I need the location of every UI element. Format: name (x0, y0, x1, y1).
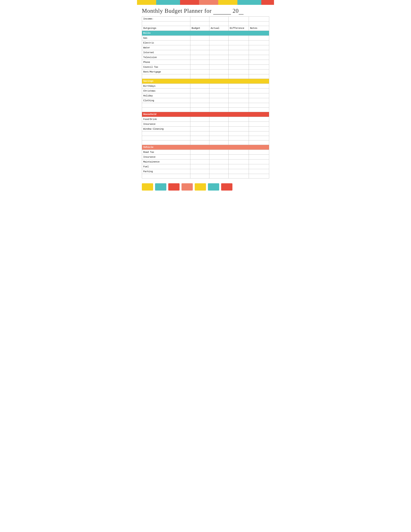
column-headers: Outgoings Budget Actual Difference Notes (142, 26, 269, 31)
empty-row-savings-2 (142, 107, 269, 112)
section-vehicle-header: Vehicle (142, 145, 269, 150)
list-item: Window Cleaning (142, 127, 269, 131)
bottom-block-red2 (221, 183, 233, 190)
savings-label: Savings (142, 79, 269, 84)
empty-row-savings-1 (142, 103, 269, 107)
bottom-color-blocks (142, 183, 269, 190)
list-item: Parking (142, 169, 269, 174)
list-item: Christmas (142, 88, 269, 93)
empty-row-household-2 (142, 136, 269, 140)
item-fuel: Fuel (142, 164, 190, 169)
section-household-header: Household (142, 112, 269, 117)
item-parking: Parking (142, 169, 190, 174)
top-bar-teal2 (237, 0, 261, 5)
bills-label: Bills (142, 31, 269, 36)
empty-row-bills (142, 74, 269, 79)
empty-row-household-1 (142, 131, 269, 136)
item-water: Water (142, 45, 190, 50)
bottom-block-teal (155, 183, 166, 190)
col-budget: Budget (190, 26, 209, 31)
item-clothing: Clothing (142, 98, 190, 103)
col-actual: Actual (209, 26, 228, 31)
item-birthdays: Birthdays (142, 84, 190, 88)
item-rent-mortgage: Rent/Mortgage (142, 69, 190, 74)
income-label: Income: (142, 17, 190, 21)
item-council-tax: Council Tax (142, 65, 190, 69)
list-item: Phone (142, 60, 269, 65)
bottom-block-red (168, 183, 179, 190)
section-bills-header: Bills (142, 31, 269, 36)
top-color-bar (137, 0, 274, 5)
list-item: Fuel (142, 164, 269, 169)
item-television: Television (142, 55, 190, 60)
bottom-block-teal2 (208, 183, 219, 190)
list-item: Insurance (142, 122, 269, 127)
bottom-block-salmon (181, 183, 193, 190)
item-gas: Gas (142, 36, 190, 40)
list-item: Maintainence (142, 160, 269, 164)
household-label: Household (142, 112, 269, 117)
list-item: Internet (142, 50, 269, 55)
list-item: Television (142, 55, 269, 60)
item-electric: Electric (142, 40, 190, 45)
budget-table: Income: Outgoings Budget Actual Differen… (142, 17, 269, 179)
list-item: Council Tax (142, 65, 269, 69)
list-item: Rent/Mortgage (142, 69, 269, 74)
list-item: Clothing (142, 98, 269, 103)
item-internet: Internet (142, 50, 190, 55)
top-bar-yellow (137, 0, 156, 5)
page-title: Monthly Budget Planner for 20 (142, 7, 269, 15)
col-difference: Difference (228, 26, 249, 31)
top-bar-yellow2 (218, 0, 237, 5)
item-vehicle-insurance: Insurance (142, 155, 190, 160)
col-notes: Notes (249, 26, 269, 31)
empty-row-vehicle (142, 174, 269, 179)
list-item: Gas (142, 36, 269, 40)
bottom-block-yellow (142, 183, 153, 190)
list-item: Road Tax (142, 150, 269, 155)
item-food-drink: Food/Drink (142, 117, 190, 122)
top-bar-teal (156, 0, 180, 5)
list-item: Holiday (142, 93, 269, 98)
item-road-tax: Road Tax (142, 150, 190, 155)
income-row: Income: (142, 17, 269, 21)
list-item: Birthdays (142, 84, 269, 88)
item-insurance: Insurance (142, 122, 190, 127)
item-maintainence: Maintainence (142, 160, 190, 164)
col-outgoings: Outgoings (142, 26, 190, 31)
item-christmas: Christmas (142, 88, 190, 93)
vehicle-label: Vehicle (142, 145, 269, 150)
item-phone: Phone (142, 60, 190, 65)
section-savings-header: Savings (142, 79, 269, 84)
list-item: Water (142, 45, 269, 50)
empty-row-household-3 (142, 140, 269, 145)
empty-row-1 (142, 21, 269, 26)
income-budget (190, 17, 209, 21)
item-holiday: Holiday (142, 93, 190, 98)
top-bar-red2 (261, 0, 274, 5)
list-item: Insurance (142, 155, 269, 160)
list-item: Food/Drink (142, 117, 269, 122)
top-bar-salmon (199, 0, 218, 5)
income-notes (249, 17, 269, 21)
income-actual (209, 17, 228, 21)
bottom-block-yellow2 (195, 183, 206, 190)
top-bar-red (180, 0, 199, 5)
income-difference (228, 17, 249, 21)
item-window-cleaning: Window Cleaning (142, 127, 190, 131)
list-item: Electric (142, 40, 269, 45)
